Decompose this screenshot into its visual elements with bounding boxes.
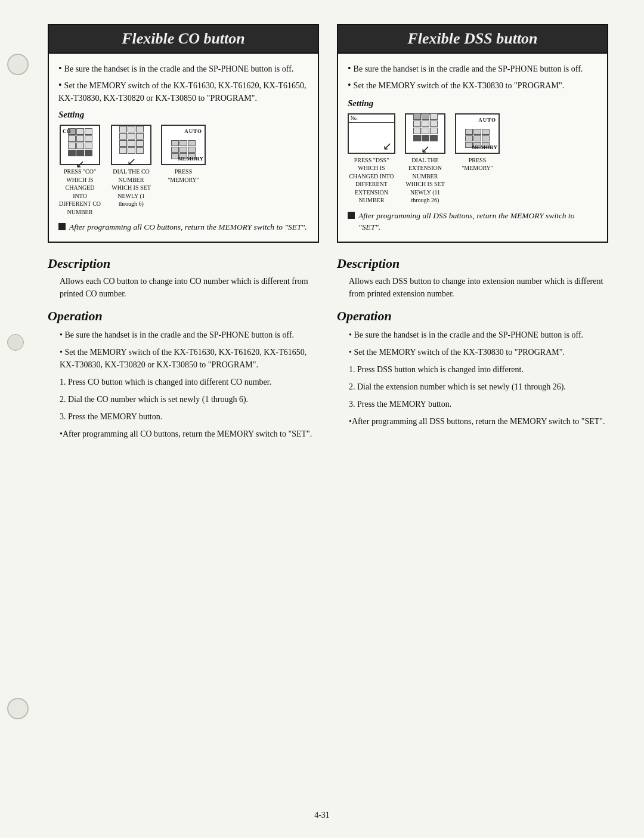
g10 [68, 150, 76, 156]
da6 [482, 135, 490, 141]
co-op-step-4: •After programming all CO buttons, retur… [60, 428, 319, 440]
da2 [473, 129, 481, 135]
dss-no-box: No. ↙ [348, 113, 395, 154]
dk3 [430, 113, 438, 120]
co-caption-1: PRESS "CO" WHICH IS CHANGED INTO DIFFERE… [58, 168, 101, 216]
co-diagram-row: CO [58, 125, 308, 216]
co-desc-text: Allows each CO button to change into CO … [60, 275, 319, 300]
dss-op-bullet-2: Set the MEMORY switch of the KX-T30830 t… [349, 346, 608, 358]
d2 [128, 126, 135, 132]
co-column: Flexible CO button Be sure the handset i… [48, 24, 319, 445]
d11 [128, 147, 135, 154]
dss-desc-text: Allows each DSS button to change into ex… [349, 275, 608, 300]
co-setting-label: Setting [58, 110, 308, 120]
dss-keypad-box: ↙ [405, 113, 445, 154]
g7 [68, 143, 76, 149]
co-arrow: ↙ [76, 157, 85, 171]
left-deco-bot [7, 698, 29, 722]
dss-box: Be sure the handset is in the cradle and… [337, 54, 608, 243]
left-deco-top [7, 54, 29, 78]
co-bullet-2: Set the MEMORY switch of the KX-T61630, … [58, 79, 308, 104]
g9 [85, 143, 92, 149]
co-box: Be sure the handset is in the cradle and… [48, 54, 319, 243]
a4 [171, 147, 179, 153]
dss-diagram-mem: AUTO [455, 113, 500, 172]
d3 [136, 126, 144, 132]
co-bullet-1: Be sure the handset is in the cradle and… [58, 62, 308, 75]
da3 [482, 129, 490, 135]
dss-diagram-no: No. ↙ PRESS "DSS" WHICH IS CHANGED INTO … [348, 113, 395, 205]
da4 [465, 135, 473, 141]
a2 [179, 140, 187, 146]
dss-op-bullet-1: Be sure the handset is in the cradle and… [349, 329, 608, 341]
co-after-prog-text: After programming all CO buttons, return… [69, 222, 307, 233]
d4 [119, 133, 127, 140]
a5 [179, 147, 187, 153]
dss-diagram-row: No. ↙ PRESS "DSS" WHICH IS CHANGED INTO … [348, 113, 597, 205]
co-op-section: Operation Be sure the handset is in the … [48, 308, 319, 440]
d9 [136, 140, 144, 147]
co-diagram-co: CO [58, 125, 101, 216]
dss-after-prog-text: After programming all DSS buttons, retur… [358, 211, 597, 233]
dss-after-prog: After programming all DSS buttons, retur… [348, 211, 597, 233]
main-columns: Flexible CO button Be sure the handset i… [48, 24, 608, 445]
co-desc-title: Description [48, 256, 319, 271]
da1 [465, 129, 473, 135]
co-op-step-3: 3. Press the MEMORY button. [60, 410, 319, 423]
memory-label-co: MEMORY [178, 156, 203, 162]
co-diagram-mem: AUTO [161, 125, 206, 184]
dk12 [430, 135, 438, 141]
dss-bullet-1: Be sure the handset is in the cradle and… [348, 62, 597, 75]
co-desc-section: Description Allows each CO button to cha… [48, 256, 319, 300]
dss-bullet-2: Set the MEMORY switch of the KX-T30830 t… [348, 79, 597, 92]
dss-setting-label: Setting [348, 98, 597, 109]
co-op-bullet-2: Set the MEMORY switch of the KX-T61630, … [60, 346, 319, 371]
dk11 [422, 135, 429, 141]
dk7 [413, 128, 421, 134]
g6 [85, 135, 92, 142]
dss-desc-title: Description [337, 256, 608, 271]
dss-op-step-4: •After programming all DSS buttons, retu… [349, 415, 608, 428]
d6 [136, 133, 144, 140]
dss-auto-box: AUTO [455, 113, 500, 154]
co-caption-2: DIAL THE CO NUMBER WHICH IS SET NEWLY (1… [110, 168, 153, 208]
dss-diagram-keypad: ↙ DIAL THE EXTENSION NUMBER WHICH IS SET… [404, 113, 447, 205]
memory-label-dss: MEMORY [472, 144, 497, 150]
dss-desc-section: Description Allows each DSS button to ch… [337, 256, 608, 300]
hole-circle-3 [7, 698, 29, 719]
a1 [171, 140, 179, 146]
co-caption-3: PRESS "MEMORY" [162, 168, 205, 184]
d5 [128, 133, 135, 140]
dk10 [413, 135, 421, 141]
dk6 [430, 120, 438, 127]
d8 [128, 140, 135, 147]
dss-op-step-1: 1. Press DSS button which is changed int… [349, 363, 608, 376]
g3 [85, 128, 92, 135]
page: Flexible CO button Be sure the handset i… [0, 0, 644, 838]
dss-op-step-2: 2. Dial the extension number which is se… [349, 381, 608, 393]
co-label: CO [63, 128, 71, 134]
co-op-step-2: 2. Dial the CO number which is set newly… [60, 393, 319, 406]
sq-bullet-dss [348, 212, 355, 219]
d1 [119, 126, 127, 132]
sq-bullet-co [58, 223, 66, 230]
g8 [76, 143, 84, 149]
dk2 [422, 113, 429, 120]
no-inner [349, 123, 394, 140]
dial-arrow: ↙ [127, 155, 136, 168]
dk8 [422, 128, 429, 134]
dk1 [413, 113, 421, 120]
d7 [119, 140, 127, 147]
d12 [136, 147, 144, 154]
co-op-title: Operation [48, 308, 319, 324]
dss-title: Flexible DSS button [337, 24, 608, 54]
co-keypad-box: CO [60, 125, 100, 165]
a6 [188, 147, 196, 153]
dss-caption-1: PRESS "DSS" WHICH IS CHANGED INTO DIFFER… [348, 156, 395, 205]
co-title: Flexible CO button [48, 24, 319, 54]
a3 [188, 140, 196, 146]
no-label: No. [349, 115, 394, 123]
dss-op-section: Operation Be sure the handset is in the … [337, 308, 608, 428]
dss-caption-3: PRESS "MEMORY" [456, 156, 499, 172]
dss-column: Flexible DSS button Be sure the handset … [337, 24, 608, 445]
